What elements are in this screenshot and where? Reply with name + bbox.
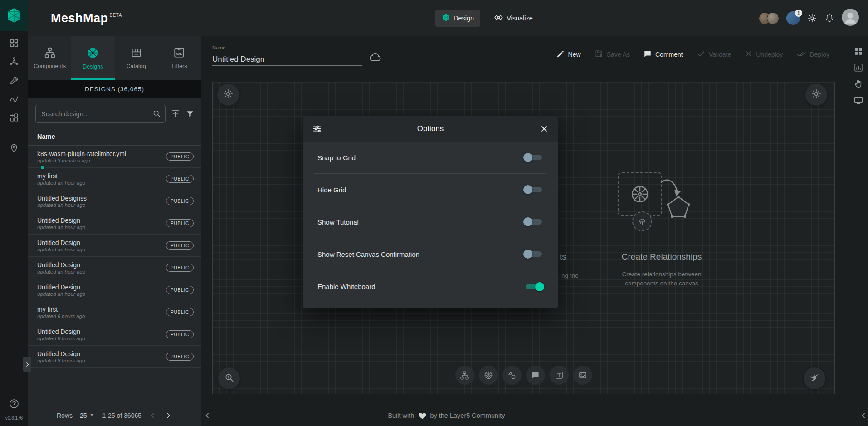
comment-button[interactable]: Comment [644, 50, 683, 59]
footer-collapse-right-icon[interactable] [860, 412, 867, 419]
design-row[interactable]: my first updated 6 hours ago PUBLIC [28, 301, 201, 323]
session-avatar-wrap[interactable]: 1 [786, 11, 800, 25]
design-row[interactable]: my first updated an hour ago PUBLIC [28, 168, 201, 190]
visualize-mode-label: Visualize [507, 15, 533, 22]
option-row: Enable Whiteboard [314, 270, 547, 303]
design-name: Untitled Design [37, 284, 161, 291]
design-name: my first [37, 306, 161, 313]
design-name-input[interactable] [212, 54, 362, 66]
design-name: my first [37, 172, 161, 180]
beta-tag: BETA [110, 13, 122, 18]
user-avatar[interactable] [842, 9, 859, 28]
save-as-button[interactable]: Save As [595, 49, 630, 59]
touch-interaction-icon[interactable] [853, 79, 863, 89]
collaborator-avatar-2[interactable] [767, 12, 779, 24]
footer-collapse-left-icon[interactable] [204, 412, 211, 419]
design-row[interactable]: Untitled Design updated 8 hours ago PUBL… [28, 323, 201, 346]
text-dock-icon[interactable] [550, 366, 569, 385]
collaborator-avatars[interactable] [759, 12, 779, 24]
design-mode-button[interactable]: Design [435, 10, 480, 27]
pencil-icon [556, 50, 565, 59]
search-input[interactable] [35, 105, 166, 123]
canvas-header: Name New Save As [201, 36, 868, 73]
tab-catalog[interactable]: Catalog [115, 36, 158, 80]
save-icon [595, 49, 603, 59]
design-updated: updated an hour ago [37, 202, 161, 208]
option-label: Snap to Grid [317, 154, 356, 162]
validate-button[interactable]: Validate [697, 49, 731, 59]
top-right-cluster: 1 [759, 9, 868, 28]
enable-whiteboard-toggle[interactable] [523, 281, 544, 292]
design-updated: updated an hour ago [37, 247, 161, 252]
next-page-button[interactable] [164, 411, 172, 420]
analytics-icon[interactable] [853, 63, 863, 73]
snap-to-grid-toggle[interactable] [523, 152, 544, 163]
comment-icon [644, 50, 652, 59]
design-row[interactable]: Untitled Design updated an hour ago PUBL… [28, 212, 201, 235]
jellyfish-icon [638, 217, 647, 226]
create-relationships-hint-title: Create Relationships [591, 252, 732, 262]
check-icon [697, 49, 705, 59]
design-mode-icon [442, 13, 450, 23]
panel-collapse-handle[interactable] [23, 357, 31, 372]
comment-dock-icon[interactable] [526, 366, 545, 385]
show-reset-canvas-confirmation-toggle[interactable] [523, 249, 544, 260]
search-icon[interactable] [152, 109, 161, 120]
design-updated: updated 6 hours ago [37, 313, 161, 319]
notifications-bell-icon[interactable] [824, 13, 834, 23]
app-brand: MeshMap BETA [51, 11, 122, 25]
hide-grid-toggle[interactable] [523, 184, 544, 195]
mode-switcher: Design Visualize [435, 0, 539, 36]
design-name: Untitled Design [37, 217, 161, 224]
show-tutorial-toggle[interactable] [523, 216, 544, 227]
design-updated: updated 8 hours ago [37, 336, 161, 341]
design-row[interactable]: Untitled Designss updated an hour ago PU… [28, 190, 201, 212]
shapes-dock-icon[interactable] [502, 366, 522, 385]
performance-icon[interactable] [6, 93, 22, 105]
undeploy-button[interactable]: Undeploy [745, 50, 783, 59]
designs-panel: Components Designs Catalog WA Filters [28, 36, 201, 405]
design-updated: updated an hour ago [37, 269, 161, 274]
canvas-options-button[interactable] [805, 84, 827, 106]
deploy-dove-button[interactable] [804, 367, 825, 389]
media-dock-icon[interactable] [573, 366, 592, 385]
design-row[interactable]: k8s-wasm-plugin-ratelimiter.yml updated … [28, 146, 201, 168]
new-button[interactable]: New [556, 50, 581, 59]
apps-grid-icon[interactable] [853, 46, 863, 56]
components-dock-icon[interactable] [455, 366, 474, 385]
tab-designs[interactable]: Designs [71, 36, 114, 80]
connections-icon[interactable] [6, 142, 22, 154]
extensions-icon[interactable] [6, 112, 22, 123]
deploy-button[interactable]: Deploy [796, 49, 829, 60]
rows-per-page-select[interactable]: 25 [80, 411, 95, 420]
kubernetes-dock-icon[interactable] [479, 366, 498, 385]
kubernetes-wheel-icon [629, 183, 651, 205]
help-icon[interactable] [9, 398, 20, 411]
settings-gear-icon[interactable] [807, 13, 817, 23]
zoom-button[interactable] [218, 367, 240, 389]
option-label: Enable Whiteboard [317, 283, 375, 290]
import-design-icon[interactable] [171, 109, 180, 119]
design-row[interactable]: Untitled Design updated an hour ago PUBL… [28, 235, 201, 257]
design-row[interactable]: Untitled Design updated an hour ago PUBL… [28, 279, 201, 301]
design-name-field: Name [212, 45, 382, 66]
layer5-logo[interactable] [0, 0, 28, 31]
design-row[interactable]: Untitled Design updated an hour ago PUBL… [28, 257, 201, 279]
configuration-icon[interactable] [6, 74, 22, 86]
dashboard-icon[interactable] [6, 37, 22, 49]
name-column-header: Name [28, 128, 201, 146]
tab-components[interactable]: Components [28, 36, 71, 80]
visualize-mode-button[interactable]: Visualize [488, 9, 539, 27]
prev-page-button[interactable] [149, 411, 157, 420]
close-icon[interactable] [540, 124, 549, 133]
design-row[interactable]: Untitled Design updated 8 hours ago PUBL… [28, 346, 201, 368]
tab-filters[interactable]: WA Filters [158, 36, 201, 80]
canvas-dock [455, 366, 592, 385]
options-modal-title: Options [303, 124, 558, 133]
lifecycle-icon[interactable] [6, 56, 22, 68]
options-modal-body: Snap to Grid Hide Grid Show Tutorial Sho… [303, 142, 558, 303]
filter-icon[interactable] [185, 109, 195, 118]
display-icon[interactable] [853, 95, 863, 105]
design-updated: updated 3 minutes ago [37, 158, 161, 163]
canvas-quick-config-button[interactable] [217, 84, 239, 106]
